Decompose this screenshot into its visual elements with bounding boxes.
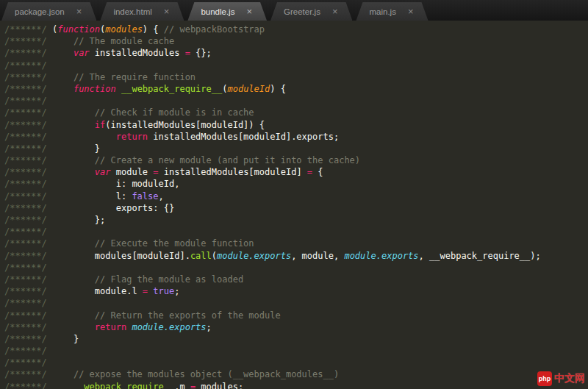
- code-line: /******/ // Return the exports of the mo…: [4, 310, 588, 321]
- code-token: modules: [105, 24, 143, 35]
- code-line: /******/ // expose the modules object (_…: [4, 368, 588, 380]
- code-line: /******/ // The module cache: [4, 35, 588, 47]
- code-token: module: [111, 167, 154, 177]
- tab-close-icon[interactable]: ×: [76, 7, 82, 16]
- gutter-comment: /******/: [4, 369, 47, 379]
- code-token: // Create a new module (and put it into …: [47, 155, 360, 165]
- tab-close-icon[interactable]: ×: [408, 7, 414, 16]
- gutter-comment: /******/: [4, 263, 47, 273]
- code-line: /******/ module.l = true;: [4, 285, 588, 297]
- gutter-comment: /******/: [4, 215, 47, 225]
- gutter-comment: /******/: [4, 155, 47, 165]
- gutter-comment: /******/: [4, 107, 47, 118]
- gutter-comment: /******/: [4, 84, 47, 94]
- code-token: modules;: [196, 382, 243, 389]
- code-line: /******/ // Check if module is in cache: [4, 107, 588, 118]
- gutter-comment: /******/: [4, 310, 47, 321]
- gutter-comment: /******/: [4, 72, 47, 82]
- gutter-comment: /******/: [4, 143, 47, 154]
- gutter-comment: /******/: [4, 48, 47, 58]
- code-token: function: [74, 84, 116, 94]
- tab-label: package.json: [15, 7, 65, 16]
- tab-close-icon[interactable]: ×: [246, 7, 252, 16]
- tab-bundle-js[interactable]: bundle.js×: [187, 2, 267, 21]
- tab-index-html[interactable]: index.html×: [100, 2, 184, 21]
- gutter-comment: /******/: [4, 238, 47, 249]
- code-token: };: [47, 215, 105, 225]
- gutter-comment: /******/: [4, 298, 47, 308]
- tab-close-icon[interactable]: ×: [164, 7, 170, 16]
- code-token: // The module cache: [47, 36, 174, 46]
- gutter-comment: /******/: [4, 191, 47, 201]
- code-line: /******/ return module.exports;: [4, 321, 588, 333]
- code-token: installedModules: [90, 48, 185, 58]
- tab-label: index.html: [113, 7, 151, 16]
- code-token: // webpackBootstrap: [164, 24, 265, 35]
- code-token: // Execute the module function: [47, 238, 254, 249]
- code-token: // expose the modules object (__webpack_…: [47, 369, 339, 379]
- code-line: /******/ // The require function: [4, 71, 588, 83]
- code-line: /******/: [4, 357, 588, 368]
- watermark-text: 中文网: [554, 372, 585, 385]
- code-token: ;: [207, 322, 212, 332]
- tab-label: bundle.js: [201, 7, 234, 16]
- gutter-comment: /******/: [4, 357, 47, 368]
- code-token: (installedModules[moduleId]) {: [105, 120, 265, 130]
- tab-Greeter-js[interactable]: Greeter.js×: [270, 2, 352, 21]
- gutter-comment: /******/: [4, 286, 47, 296]
- tab-close-icon[interactable]: ×: [332, 7, 338, 16]
- code-line: /******/ // Flag the module as loaded: [4, 274, 588, 285]
- code-token: .m: [174, 382, 190, 389]
- code-token: installedModules[moduleId].exports;: [148, 132, 339, 142]
- gutter-comment: /******/: [4, 60, 47, 71]
- code-token: =: [185, 48, 190, 58]
- code-token: [47, 167, 95, 177]
- code-line: /******/: [4, 95, 588, 107]
- code-token: // The require function: [47, 72, 196, 82]
- code-token: __webpack_require__: [121, 84, 222, 94]
- code-token: [47, 382, 74, 389]
- code-line: /******/ };: [4, 214, 588, 226]
- code-token: [116, 84, 121, 94]
- gutter-comment: /******/: [4, 132, 47, 142]
- code-token: , module,: [291, 251, 344, 261]
- gutter-comment: /******/: [4, 322, 47, 332]
- code-line: /******/ }: [4, 143, 588, 154]
- code-token: {};: [190, 48, 212, 58]
- gutter-comment: /******/: [4, 36, 47, 46]
- code-line: /******/ // Execute the module function: [4, 238, 588, 249]
- code-token: (: [212, 251, 217, 261]
- code-line: /******/ __webpack_require__.m = modules…: [4, 381, 588, 389]
- code-token: true: [153, 286, 174, 296]
- code-line: /******/: [4, 262, 588, 274]
- code-token: moduleId: [227, 84, 270, 94]
- gutter-comment: /******/: [4, 96, 47, 106]
- php-logo-icon: php: [537, 371, 552, 386]
- code-token: return: [116, 132, 148, 142]
- code-line: /******/ if(installedModules[moduleId]) …: [4, 119, 588, 131]
- code-token: =: [153, 167, 158, 177]
- gutter-comment: /******/: [4, 226, 47, 237]
- code-line: /******/ }: [4, 333, 588, 345]
- code-token: {: [312, 167, 323, 177]
- code-line: /******/ modules[moduleId].call(module.e…: [4, 250, 588, 262]
- code-token: ) {: [270, 84, 286, 94]
- code-area[interactable]: /******/ (function(modules) { // webpack…: [0, 21, 588, 389]
- code-token: module.exports: [132, 322, 206, 332]
- code-token: exports: {}: [47, 203, 174, 213]
- code-token: }: [47, 143, 100, 154]
- code-token: var: [95, 167, 111, 177]
- code-token: [47, 132, 116, 142]
- code-line: /******/ l: false,: [4, 190, 588, 202]
- code-token: ) {: [143, 24, 164, 35]
- code-token: return: [95, 322, 126, 332]
- code-token: if: [95, 120, 105, 130]
- tab-package-json[interactable]: package.json×: [1, 2, 96, 21]
- tab-main-js[interactable]: main.js×: [356, 2, 428, 21]
- tab-label: main.js: [369, 7, 395, 16]
- code-token: ;: [174, 286, 179, 296]
- code-token: function: [57, 24, 100, 35]
- code-token: }: [47, 334, 79, 344]
- code-token: i: moduleId,: [47, 179, 180, 189]
- code-token: __webpack_require__: [74, 382, 174, 389]
